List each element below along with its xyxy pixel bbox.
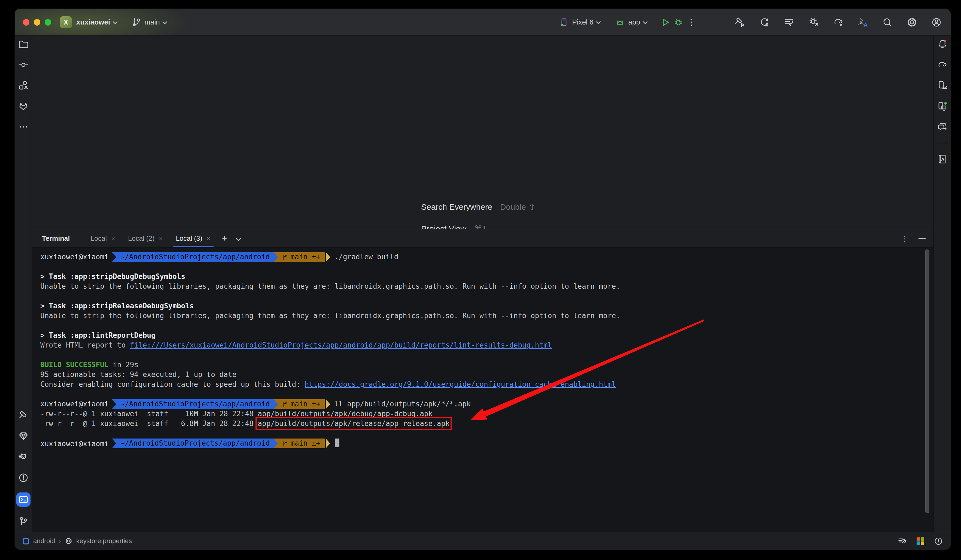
tool-app-quality-insights-button[interactable] [17, 430, 29, 442]
reader-mode-off-icon[interactable] [898, 536, 907, 546]
tool-dictionary-button[interactable]: A [936, 153, 948, 165]
tool-gemini-button[interactable] [936, 121, 948, 133]
chevron-down-icon [113, 21, 118, 24]
microsoft-logo-icon[interactable] [916, 537, 924, 545]
tool-terminal-button[interactable] [16, 493, 30, 507]
project-widget[interactable]: X xuxiaowei [60, 16, 118, 28]
editor-hint-search-everywhere: Search Everywhere Double ⇧ [421, 202, 535, 212]
tool-resource-manager-button[interactable] [17, 80, 29, 91]
tool-commit-button[interactable] [17, 59, 29, 71]
terminal-link[interactable]: https://docs.gradle.org/9.1.0/userguide/… [305, 380, 616, 388]
error-indicator-icon[interactable] [934, 536, 943, 546]
bell-icon [937, 39, 948, 50]
rerun-with-a-button[interactable]: A [759, 16, 771, 29]
terminal-blank-line [40, 262, 933, 272]
more-actions-button[interactable] [685, 16, 698, 29]
gradle-elephant-icon [937, 59, 948, 70]
build-run-button[interactable] [734, 16, 747, 29]
terminal-output[interactable]: xuxiaowei@xiaomi~/AndroidStudioProjects/… [32, 248, 933, 532]
terminal-prompt-line: xuxiaowei@xiaomi~/AndroidStudioProjects/… [40, 399, 933, 409]
right-tool-strip: A [933, 36, 951, 532]
profile-button[interactable] [930, 16, 943, 29]
prompt-user: xuxiaowei@xiaomi [40, 440, 108, 448]
terminal-blank-line [40, 292, 933, 301]
git-branch-icon [18, 516, 29, 527]
terminal-text: BUILD SUCCESSFUL [40, 361, 108, 369]
run-button[interactable] [659, 16, 672, 29]
terminal-command: ./gradlew build [330, 253, 398, 261]
close-window-button[interactable] [23, 19, 29, 25]
prompt-end-arrow [326, 252, 330, 262]
tab-local-2[interactable]: Local (2)× [122, 229, 169, 247]
tool-project-button[interactable] [17, 38, 29, 50]
tab-dropdown-button[interactable] [232, 235, 244, 243]
terminal-text: > Task :app:stripDebugDebugSymbols [40, 272, 185, 281]
tool-notifications-button[interactable] [936, 38, 948, 50]
device-name: Pixel 6 [572, 18, 593, 26]
minimize-window-button[interactable] [34, 19, 40, 25]
terminal-link[interactable]: file:///Users/xuxiaowei/AndroidStudioPro… [130, 341, 552, 349]
close-icon[interactable]: × [159, 234, 162, 242]
logcat-cat-icon [18, 452, 29, 462]
run-configuration-selector[interactable]: app [615, 17, 648, 27]
terminal-panel: Terminal Local× Local (2)× Local (3)× + [32, 229, 933, 532]
prompt-path-segment: ~/AndroidStudioProjects/app/android [112, 252, 278, 262]
breadcrumb[interactable]: android › keystore.properties [22, 537, 132, 545]
breadcrumb-separator: › [59, 537, 61, 545]
avatar-icon [931, 17, 942, 27]
bug-arrow-icon [808, 17, 820, 27]
terminal-output-line: Unable to strip the following libraries,… [40, 282, 933, 292]
terminal-text: > Task :app:lintReportDebug [40, 331, 156, 339]
tool-running-devices-button[interactable] [936, 100, 948, 112]
shapes-icon [18, 80, 29, 91]
terminal-command: ll app/build/outputs/apk/*/*.apk [330, 400, 471, 408]
gradle-sync-button[interactable] [832, 16, 845, 29]
terminal-text: Wrote HTML report to [40, 341, 130, 349]
terminal-text: Unable to strip the following libraries,… [40, 282, 620, 290]
attach-debugger-button[interactable] [807, 16, 820, 29]
folder-icon [18, 39, 29, 50]
prompt-branch-segment: main ±+ [273, 438, 325, 448]
hammer-play-icon [735, 17, 746, 27]
terminal-scrollbar[interactable] [925, 249, 929, 513]
panel-minimize-button[interactable]: — [919, 233, 926, 242]
tool-logcat-button[interactable] [17, 451, 29, 463]
debug-button[interactable] [672, 16, 685, 29]
tab-local-3[interactable]: Local (3)× [169, 229, 217, 247]
tool-build-button[interactable] [17, 410, 29, 422]
terminal-blank-line [40, 350, 933, 360]
close-icon[interactable]: × [111, 234, 115, 242]
prompt-path-segment: ~/AndroidStudioProjects/app/android [112, 438, 278, 448]
tool-gradle-button[interactable] [936, 59, 948, 71]
terminal-output-line: > Task :app:stripDebugDebugSymbols [40, 272, 933, 282]
tool-device-manager-button[interactable] [936, 80, 948, 91]
zoom-window-button[interactable] [45, 19, 51, 25]
terminal-icon [18, 494, 29, 505]
tool-gitlab-button[interactable] [17, 100, 29, 112]
terminal-text: 95 actionable tasks: 94 executed, 1 up-t… [40, 371, 236, 379]
device-icon [559, 17, 569, 27]
screen: X xuxiaowei main Pixel 6 [0, 0, 961, 560]
settings-button[interactable] [905, 16, 919, 29]
phone-android-icon [937, 80, 948, 91]
module-icon [22, 538, 29, 544]
apk-release-path: app/build/outputs/apk/release/app-releas… [258, 419, 450, 428]
tool-git-button[interactable] [17, 515, 29, 527]
new-tab-button[interactable]: + [217, 233, 232, 243]
panel-options-button[interactable]: ⋮ [901, 234, 909, 243]
tool-more-button[interactable] [17, 121, 29, 133]
book-a-icon: A [937, 154, 948, 165]
tab-local-1[interactable]: Local× [84, 229, 122, 247]
restart-a-icon: A [759, 17, 770, 27]
terminal-text: -rw-r--r--@ 1 xuxiaowei staff 6.8M Jan 2… [40, 419, 258, 428]
device-selector[interactable]: Pixel 6 [559, 17, 601, 27]
search-everywhere-button[interactable] [881, 16, 894, 29]
tool-problems-button[interactable] [17, 472, 29, 484]
git-branch-icon [132, 18, 141, 27]
bug-icon [673, 17, 683, 27]
vcs-widget[interactable]: main [132, 18, 167, 27]
svg-text:A: A [863, 21, 868, 27]
translate-button[interactable]: 文 A [857, 16, 869, 29]
apply-code-changes-button[interactable] [783, 16, 796, 29]
close-icon[interactable]: × [207, 234, 211, 242]
